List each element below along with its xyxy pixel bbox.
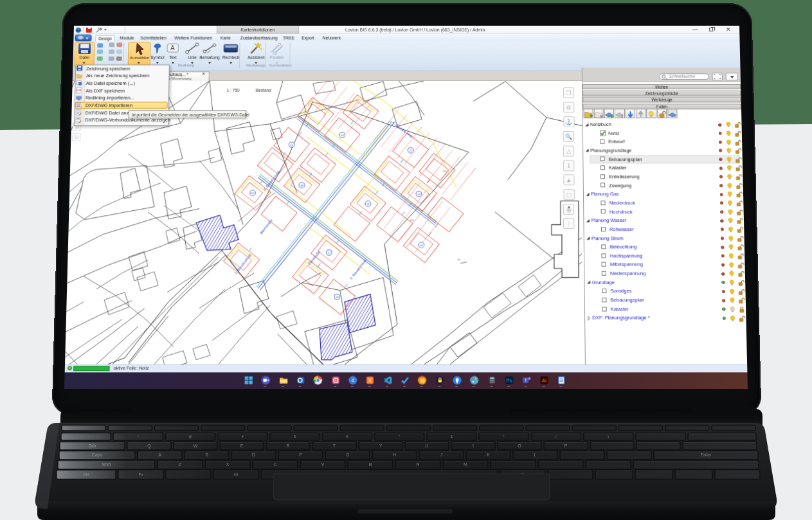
- svg-text:Shift: Shift: [102, 462, 111, 467]
- svg-text:B: B: [369, 462, 372, 467]
- svg-text:U: U: [425, 444, 428, 448]
- svg-text:Ctrl: Ctrl: [83, 472, 89, 476]
- svg-text:K: K: [487, 453, 490, 457]
- svg-text:W: W: [194, 444, 198, 448]
- svg-text:%: %: [346, 435, 349, 438]
- svg-text:@: @: [189, 435, 192, 438]
- svg-text:T: T: [333, 444, 336, 448]
- svg-text:Tab: Tab: [89, 444, 96, 448]
- svg-text:A: A: [158, 453, 161, 457]
- svg-text:N: N: [416, 462, 419, 467]
- svg-text:H: H: [393, 453, 396, 457]
- svg-text:C: C: [273, 462, 276, 467]
- svg-text:$: $: [294, 435, 296, 438]
- svg-text:*: *: [503, 435, 505, 438]
- svg-text:X: X: [226, 462, 230, 467]
- svg-text:S: S: [205, 453, 208, 457]
- svg-text:Z: Z: [179, 462, 182, 467]
- svg-text:G: G: [346, 453, 349, 457]
- svg-text:J: J: [440, 453, 443, 457]
- svg-text:V: V: [321, 462, 325, 467]
- svg-text:Caps: Caps: [92, 453, 103, 458]
- svg-text:P: P: [564, 444, 568, 448]
- svg-text:F: F: [299, 453, 302, 457]
- svg-text:Fn: Fn: [138, 472, 143, 476]
- svg-text:Enter: Enter: [701, 453, 712, 457]
- svg-text:O: O: [518, 444, 521, 448]
- svg-text:Y: Y: [379, 444, 383, 448]
- svg-text:#: #: [242, 435, 244, 438]
- svg-text:R: R: [286, 444, 289, 448]
- svg-text:!: !: [138, 435, 138, 438]
- svg-text:E: E: [240, 444, 244, 448]
- svg-text:Q: Q: [147, 444, 151, 449]
- svg-text:I: I: [473, 444, 474, 448]
- svg-text:Alt: Alt: [233, 472, 238, 476]
- svg-text:L: L: [534, 453, 537, 457]
- svg-text:M: M: [464, 462, 467, 467]
- svg-text:D: D: [252, 453, 255, 457]
